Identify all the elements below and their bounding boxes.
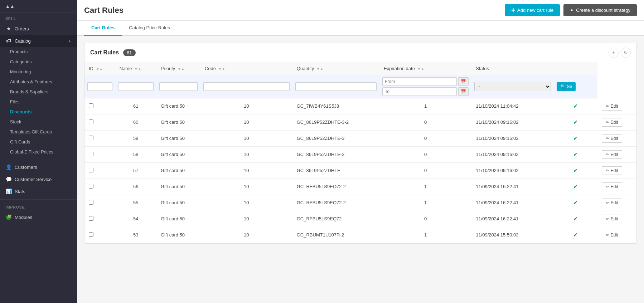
sidebar-label-catalog: Catalog <box>15 38 31 44</box>
sidebar-item-modules[interactable]: 🧩 Modules <box>0 211 77 223</box>
sort-code-icon[interactable]: ▼▲ <box>218 67 225 71</box>
row-expiration: 11/09/2024 16:22:41 <box>471 211 554 227</box>
edit-button[interactable]: ✏ Edit <box>602 134 622 143</box>
th-expiration: Expiration date ▼▲ <box>379 62 471 75</box>
tab-cart-rules[interactable]: Cart Rules <box>84 21 122 36</box>
create-strategy-button[interactable]: ✦ Create a discount strategy <box>563 4 637 16</box>
sidebar-item-files[interactable]: Files <box>0 97 77 107</box>
filter-search-cell: 🔍 Se <box>554 75 597 98</box>
status-check-icon: ✔ <box>573 151 578 157</box>
add-row-button[interactable]: ＋ <box>609 48 619 58</box>
filter-status-select[interactable]: - Yes No <box>474 82 551 91</box>
edit-button[interactable]: ✏ Edit <box>602 215 622 223</box>
calendar-from-icon[interactable]: 📅 <box>458 77 469 86</box>
sidebar-item-products[interactable]: Products <box>0 47 77 57</box>
sidebar-item-stats[interactable]: 📊 Stats <box>0 185 77 197</box>
row-checkbox[interactable] <box>89 103 93 108</box>
sidebar-divider-2 <box>0 199 77 200</box>
sidebar-item-customer-service[interactable]: 💬 Customer Service <box>0 173 77 185</box>
edit-icon: ✏ <box>606 216 609 221</box>
row-priority: 10 <box>200 179 292 195</box>
sidebar-label-stats: Stats <box>15 189 25 194</box>
row-name: Gift card 50 <box>156 114 200 130</box>
row-action-cell: ✏ Edit <box>597 146 636 162</box>
sidebar-item-monitoring[interactable]: Monitoring <box>0 67 77 77</box>
cart-rules-count-badge: 61 <box>123 49 135 56</box>
filter-name-cell <box>115 75 156 98</box>
sidebar-item-brands-suppliers[interactable]: Brands & Suppliers <box>0 87 77 97</box>
status-check-icon: ✔ <box>573 135 578 141</box>
filter-id-input[interactable] <box>87 82 112 91</box>
row-checkbox[interactable] <box>89 184 93 189</box>
sidebar-item-global-e-fixed-prices[interactable]: Global-E Fixed Prices <box>0 147 77 157</box>
row-checkbox[interactable] <box>89 136 93 140</box>
calendar-to-icon[interactable]: 📅 <box>458 87 469 96</box>
row-name: Gift card 50 <box>156 227 200 243</box>
sidebar-item-discounts[interactable]: Discounts <box>0 107 77 117</box>
filter-quantity-input[interactable] <box>295 82 377 91</box>
add-cart-rule-button[interactable]: ✚ Add new cart rule <box>505 4 560 16</box>
filter-priority-input[interactable] <box>159 82 198 91</box>
table-row: 58 Gift card 50 10 GC_86L9P52ZDHTE-2 0 1… <box>84 146 636 162</box>
row-status: ✔ <box>554 114 597 130</box>
filter-code-input[interactable] <box>203 82 290 91</box>
filter-from-input[interactable] <box>382 77 457 86</box>
sidebar-item-attributes-features[interactable]: Attributes & Features <box>0 77 77 87</box>
row-action-cell: ✏ Edit <box>597 179 636 195</box>
row-checkbox[interactable] <box>89 152 93 156</box>
row-status: ✔ <box>554 195 597 211</box>
edit-button[interactable]: ✏ Edit <box>602 199 622 207</box>
filter-name-input[interactable] <box>118 82 154 91</box>
edit-icon: ✏ <box>606 104 609 109</box>
sidebar-item-orders[interactable]: ★ Orders <box>0 23 77 35</box>
filter-search-button[interactable]: 🔍 Se <box>557 82 576 91</box>
edit-button[interactable]: ✏ Edit <box>602 182 622 191</box>
edit-button[interactable]: ✏ Edit <box>602 102 622 111</box>
sidebar-divider-1 <box>0 159 77 159</box>
row-checkbox[interactable] <box>89 200 93 205</box>
filter-priority-cell <box>156 75 200 98</box>
row-checkbox[interactable] <box>89 232 93 237</box>
sidebar-item-gift-cards[interactable]: Gift Cards <box>0 137 77 147</box>
status-check-icon: ✔ <box>573 119 578 125</box>
edit-button[interactable]: ✏ Edit <box>602 150 622 159</box>
row-checkbox[interactable] <box>89 168 93 172</box>
tab-catalog-price-rules[interactable]: Catalog Price Rules <box>122 21 177 36</box>
edit-button[interactable]: ✏ Edit <box>602 118 622 127</box>
row-priority: 10 <box>200 195 292 211</box>
edit-icon: ✏ <box>606 136 609 141</box>
edit-button[interactable]: ✏ Edit <box>602 166 622 175</box>
row-id: 58 <box>115 146 156 162</box>
sort-expiration-icon[interactable]: ▼▲ <box>417 67 425 71</box>
row-action-cell: ✏ Edit <box>597 227 636 243</box>
row-name: Gift card 50 <box>156 162 200 179</box>
table-header-row: ID ▼▲ Name ▼▲ Priority ▼▲ Code <box>84 62 636 75</box>
row-checkbox[interactable] <box>89 216 93 221</box>
row-checkbox[interactable] <box>89 119 93 124</box>
sidebar-item-customers[interactable]: 👤 Customers <box>0 161 77 173</box>
th-name: Name ▼▲ <box>115 62 156 75</box>
refresh-button[interactable]: ↻ <box>621 48 631 58</box>
sort-name-icon[interactable]: ▼▲ <box>134 67 141 71</box>
sort-id-icon[interactable]: ▼▲ <box>96 67 103 71</box>
row-expiration: 11/09/2024 16:22:41 <box>471 179 554 195</box>
row-id: 60 <box>115 114 156 130</box>
th-code: Code ▼▲ <box>200 62 292 75</box>
row-quantity: 0 <box>379 162 471 179</box>
row-name: Gift card 50 <box>156 146 200 162</box>
row-checkbox-cell <box>84 227 115 243</box>
sidebar-item-templates-gift-cards[interactable]: Templates Gift Cards <box>0 127 77 137</box>
sidebar-item-catalog[interactable]: 🏷 Catalog ▲ <box>0 35 77 47</box>
row-priority: 10 <box>200 130 292 146</box>
row-action-cell: ✏ Edit <box>597 211 636 227</box>
sidebar-item-stock[interactable]: Stock <box>0 117 77 127</box>
sort-quantity-icon[interactable]: ▼▲ <box>316 67 324 71</box>
sort-priority-icon[interactable]: ▼▲ <box>178 67 185 71</box>
customers-icon: 👤 <box>5 164 12 170</box>
row-expiration: 11/09/2024 16:22:41 <box>471 195 554 211</box>
sidebar-item-categories[interactable]: Categories <box>0 57 77 67</box>
status-check-icon: ✔ <box>573 167 578 174</box>
filter-to-input[interactable] <box>382 87 457 96</box>
edit-icon: ✏ <box>606 233 609 238</box>
edit-button[interactable]: ✏ Edit <box>602 231 622 239</box>
